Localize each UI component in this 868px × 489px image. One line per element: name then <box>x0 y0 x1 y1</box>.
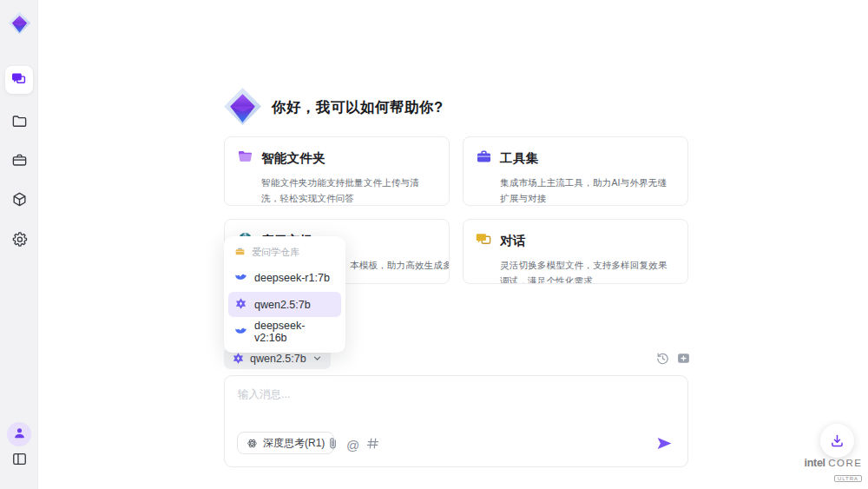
sidebar-item-models[interactable] <box>5 187 33 215</box>
sidebar <box>0 0 38 489</box>
paperclip-icon <box>326 436 340 451</box>
card-smart-folder[interactable]: 智能文件夹 智能文件夹功能支持批量文件上传与清洗，轻松实现文件问答 <box>224 136 450 206</box>
chat-fill-icon <box>476 231 492 251</box>
card-dialogue[interactable]: 对话 灵活切换多模型文件，支持多样回复效果调试，满足个性化需求 <box>463 219 688 284</box>
sidebar-item-settings[interactable] <box>5 227 33 254</box>
model-option-label: deepseek-v2:16b <box>254 320 335 344</box>
send-icon <box>655 434 674 453</box>
card-description: 集成市场上主流工具，助力AI与外界无缝扩展与对接 <box>500 175 675 206</box>
selected-model-label: qwen2.5:7b <box>250 353 306 365</box>
sidebar-item-chat[interactable] <box>5 66 33 94</box>
new-chat-icon <box>676 351 691 366</box>
briefcase-icon <box>11 152 28 172</box>
intel-brand-text: intel <box>805 457 825 469</box>
send-button[interactable] <box>655 434 674 453</box>
message-input[interactable] <box>238 387 672 426</box>
deep-think-toggle[interactable]: 深度思考(R1) <box>237 432 334 454</box>
package-icon <box>11 191 28 211</box>
sidebar-item-folders[interactable] <box>5 109 33 136</box>
message-composer: 深度思考(R1) @ <box>224 375 688 467</box>
model-option-deepseek-v2[interactable]: deepseek-v2:16b <box>228 319 341 344</box>
intel-series-text: core <box>828 458 862 468</box>
model-option-deepseek-r1[interactable]: deepseek-r1:7b <box>228 265 341 290</box>
sidebar-collapse[interactable] <box>6 447 32 473</box>
model-dropdown: 爱问学仓库 deepseek-r1:7b qwen2.5:7b deepseek… <box>224 236 345 353</box>
chevron-down-icon <box>312 353 323 364</box>
intel-core-badge: intel core ultra <box>804 458 863 484</box>
qwen-icon <box>232 352 245 365</box>
card-description: 灵活切换多模型文件，支持多样回复效果调试，满足个性化需求 <box>500 257 675 284</box>
greeting-logo <box>223 87 262 126</box>
atom-icon <box>247 438 258 449</box>
hash-grid-button[interactable] <box>365 436 380 451</box>
model-option-label: deepseek-r1:7b <box>254 272 330 284</box>
mention-button[interactable]: @ <box>346 438 359 453</box>
history-button[interactable] <box>655 351 670 366</box>
model-option-qwen[interactable]: qwen2.5:7b <box>228 292 341 317</box>
download-fab[interactable] <box>820 424 854 458</box>
intel-tier-text: ultra <box>834 475 862 482</box>
card-toolset[interactable]: 工具集 集成市场上主流工具，助力AI与外界无缝扩展与对接 <box>463 136 688 206</box>
app-window: 你好，我可以如何帮助你? 智能文件夹 智能文件夹功能支持批量文件上传与清洗，轻松… <box>0 0 868 489</box>
card-description: 智能文件夹功能支持批量文件上传与清洗，轻松实现文件问答 <box>261 175 437 206</box>
deepseek-whale-icon <box>234 270 247 286</box>
settings-icon <box>11 231 28 251</box>
user-icon <box>12 426 27 444</box>
dropdown-group-label: 爱问学仓库 <box>252 246 299 259</box>
folder-fill-icon <box>237 149 253 169</box>
chat-icon <box>11 70 28 90</box>
card-title: 智能文件夹 <box>261 150 326 167</box>
folder-icon <box>11 113 28 133</box>
card-title: 对话 <box>500 233 526 249</box>
app-logo <box>8 11 31 35</box>
hash-icon <box>365 436 380 451</box>
download-icon <box>829 433 845 449</box>
model-option-label: qwen2.5:7b <box>254 299 311 311</box>
new-chat-button[interactable] <box>676 351 691 366</box>
repo-icon <box>234 246 246 259</box>
sidebar-item-profile[interactable] <box>7 422 31 446</box>
card-title: 工具集 <box>500 150 538 167</box>
deep-think-label: 深度思考(R1) <box>263 436 325 451</box>
page-title: 你好，我可以如何帮助你? <box>272 98 444 117</box>
attach-file-button[interactable] <box>326 436 340 451</box>
dropdown-group-header: 爱问学仓库 <box>224 241 345 263</box>
sidebar-item-toolbox[interactable] <box>5 148 33 175</box>
collapse-panel-icon <box>11 451 28 471</box>
briefcase-fill-icon <box>476 149 492 169</box>
history-icon <box>655 351 670 366</box>
deepseek-whale-icon <box>234 324 247 340</box>
qwen-icon <box>234 297 247 313</box>
